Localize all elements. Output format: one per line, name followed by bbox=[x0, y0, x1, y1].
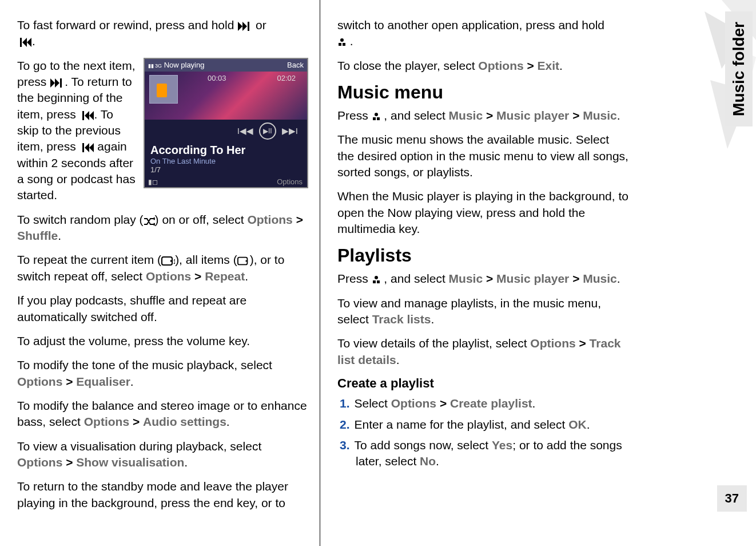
step-number: 2. bbox=[340, 418, 350, 431]
paragraph: To close the player, select Options > Ex… bbox=[337, 58, 629, 74]
text: . bbox=[436, 454, 439, 468]
text: To modify the tone of the music playback… bbox=[17, 358, 272, 371]
paragraph: To view details of the playlist, select … bbox=[337, 335, 629, 368]
play-pause-icon: ▶II bbox=[259, 122, 276, 140]
prev-icon bbox=[79, 111, 94, 120]
breadcrumb-separator: > bbox=[296, 213, 303, 226]
text: . bbox=[587, 418, 590, 431]
menu-key-icon bbox=[372, 275, 381, 284]
menu-ok: OK bbox=[568, 418, 587, 431]
menu-music: Music bbox=[583, 272, 617, 285]
page-sidebar: Music folder 37 bbox=[675, 0, 756, 546]
list-item: 2.Enter a name for the playlist, and sel… bbox=[340, 417, 629, 433]
fast-forward-icon bbox=[237, 22, 252, 31]
paragraph: To return to the standby mode and leave … bbox=[17, 478, 308, 511]
signal-label: 3G bbox=[155, 63, 162, 69]
text: To fast forward or rewind, press and hol… bbox=[17, 18, 237, 31]
text: . bbox=[32, 34, 35, 48]
album-art-icon bbox=[149, 75, 178, 104]
shuffle-icon bbox=[144, 217, 155, 225]
text: . bbox=[184, 456, 188, 469]
menu-music: Music bbox=[583, 109, 617, 122]
repeat-all-icon bbox=[237, 256, 250, 266]
paragraph: If you play podcasts, shuffle and repeat… bbox=[17, 292, 308, 325]
back-softkey: Back bbox=[287, 61, 304, 69]
page-number: 37 bbox=[717, 485, 747, 512]
paragraph: To view and manage playlists, in the mus… bbox=[337, 295, 629, 328]
paragraph: To view a visualisation during playback,… bbox=[17, 438, 308, 471]
text: To view details of the playlist, select bbox=[337, 337, 530, 350]
menu-exit: Exit bbox=[538, 59, 560, 72]
menu-options: Options bbox=[84, 415, 129, 428]
text: . bbox=[559, 59, 563, 72]
paragraph: To modify the balance and stereo image o… bbox=[17, 398, 308, 430]
next-track-icon: ▶▶I bbox=[282, 126, 298, 136]
total-time: 02:02 bbox=[277, 74, 296, 82]
text: . bbox=[617, 272, 620, 285]
menu-options: Options bbox=[17, 456, 62, 469]
text: Press bbox=[337, 109, 372, 122]
left-column: To fast forward or rewind, press and hol… bbox=[0, 0, 320, 546]
menu-audio-settings: Audio settings bbox=[143, 415, 226, 428]
menu-options: Options bbox=[17, 375, 62, 388]
text: . bbox=[245, 270, 248, 283]
screenshot-title: Now playing bbox=[164, 61, 205, 69]
menu-key-icon bbox=[337, 38, 347, 47]
text: . bbox=[396, 353, 400, 366]
menu-music-player: Music player bbox=[496, 109, 569, 122]
menu-key-icon bbox=[372, 112, 381, 121]
battery-icon: ▮◻ bbox=[148, 178, 158, 186]
elapsed-time: 00:03 bbox=[208, 74, 226, 82]
text: To repeat the current item ( bbox=[17, 253, 161, 266]
paragraph: Press , and select Music > Music player … bbox=[337, 271, 629, 287]
text: or bbox=[256, 18, 266, 31]
text: Press bbox=[337, 272, 372, 285]
text: ), all items ( bbox=[175, 253, 237, 266]
page-content: To fast forward or rewind, press and hol… bbox=[0, 0, 675, 546]
text: Enter a name for the playlist, and selec… bbox=[355, 418, 569, 431]
paragraph: When the Music player is playing in the … bbox=[337, 188, 629, 237]
text: . bbox=[58, 229, 61, 242]
menu-track-lists: Track lists bbox=[372, 312, 431, 326]
text: switch to another open application, pres… bbox=[337, 18, 604, 31]
menu-options: Options bbox=[530, 337, 575, 350]
paragraph: To adjust the volume, press the volume k… bbox=[17, 333, 308, 349]
options-softkey: Options bbox=[277, 177, 303, 186]
menu-create-playlist: Create playlist bbox=[450, 397, 532, 410]
prev-track-icon: I◀◀ bbox=[237, 126, 253, 136]
menu-options: Options bbox=[478, 59, 523, 72]
paragraph: To switch random play () on or off, sele… bbox=[17, 212, 308, 244]
menu-equaliser: Equaliser bbox=[76, 375, 130, 388]
menu-show-visualisation: Show visualisation bbox=[76, 456, 184, 469]
paragraph: To fast forward or rewind, press and hol… bbox=[17, 17, 308, 50]
text: . bbox=[347, 34, 353, 48]
text: To close the player, select bbox=[337, 59, 478, 72]
text: . bbox=[532, 397, 536, 410]
menu-options: Options bbox=[146, 270, 191, 283]
paragraph: To repeat the current item (), all items… bbox=[17, 252, 308, 284]
step-number: 1. bbox=[340, 397, 350, 410]
list-item: 3.To add songs now, select Yes; or to ad… bbox=[340, 437, 629, 470]
paragraph: switch to another open application, pres… bbox=[337, 17, 629, 50]
list-item: 1.Select Options > Create playlist. bbox=[340, 395, 629, 412]
menu-music: Music bbox=[449, 272, 483, 285]
text: . bbox=[130, 375, 134, 388]
signal-icon: ▮▮ bbox=[148, 63, 154, 69]
repeat-one-icon bbox=[161, 256, 175, 266]
text: To switch random play ( bbox=[17, 213, 144, 226]
create-playlist-steps: 1.Select Options > Create playlist. 2.En… bbox=[337, 395, 629, 469]
menu-options: Options bbox=[391, 397, 436, 410]
menu-shuffle: Shuffle bbox=[17, 229, 58, 242]
text: . bbox=[617, 109, 620, 122]
track-counter: 1/7 bbox=[145, 165, 307, 174]
menu-music: Music bbox=[449, 109, 483, 122]
heading-create-playlist: Create a playlist bbox=[337, 376, 629, 391]
paragraph: Press , and select Music > Music player … bbox=[337, 108, 629, 124]
rewind-icon bbox=[17, 38, 32, 47]
heading-playlists: Playlists bbox=[337, 245, 629, 266]
text: To view a visualisation during playback,… bbox=[17, 440, 261, 453]
prev-icon bbox=[79, 143, 94, 152]
text: , and select bbox=[381, 272, 449, 285]
right-column: switch to another open application, pres… bbox=[320, 0, 640, 546]
next-icon bbox=[50, 78, 65, 88]
